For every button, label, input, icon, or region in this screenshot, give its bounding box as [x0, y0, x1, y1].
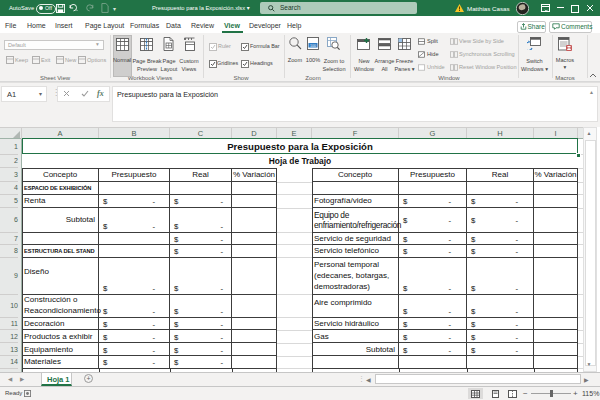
svg-text:100: 100 [310, 44, 316, 48]
